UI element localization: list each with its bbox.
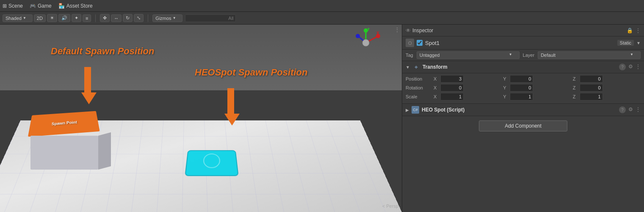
shading-dropdown[interactable]: Shaded ▼ (3, 14, 33, 22)
heo-spawn-label: HEOSpot Spawn Position (195, 67, 307, 78)
scene-label: Scene (8, 3, 23, 9)
layer-value: Default (541, 53, 556, 58)
position-x-cell: X (434, 75, 501, 83)
scene-grid-icon: ⊞ (3, 3, 7, 9)
position-x-input[interactable] (440, 75, 464, 83)
object-3d-icon: ⬡ (406, 39, 414, 47)
rotation-y-cell: Y (503, 84, 571, 92)
transform-more-icon[interactable]: ⋮ (636, 64, 641, 70)
transform-help-icon[interactable]: ? (619, 64, 626, 70)
script-icon: C# (412, 106, 419, 114)
search-input[interactable] (185, 14, 236, 22)
store-icon: 🏪 (58, 3, 65, 9)
pos-y-axis: Y (503, 76, 509, 81)
position-label: Position (406, 76, 431, 81)
script-more-icon[interactable]: ⋮ (636, 106, 641, 113)
scale-x-input[interactable] (440, 93, 464, 100)
scale-y-input[interactable] (510, 93, 533, 100)
rotation-y-input[interactable] (510, 84, 533, 92)
inspector-title-text: Inspector (412, 28, 433, 33)
add-component-button[interactable]: Add Component (479, 120, 567, 131)
transform-fields: Position X Y Z (402, 73, 644, 104)
position-y-input[interactable] (510, 75, 533, 83)
inspector-lock-icon[interactable]: 🔒 (627, 28, 633, 33)
move-tool[interactable]: ↔ (111, 14, 122, 22)
pos-x-axis: X (434, 76, 439, 81)
script-settings-icon[interactable]: ⚙ (628, 106, 633, 113)
inspector-panel: 👁 Inspector 🔒 ⋮ ⬡ Spot1 Static ▼ Tag Unt… (402, 25, 644, 212)
script-name: HEO Spot (Script) (422, 107, 616, 113)
transform-settings-icon[interactable]: ⚙ (628, 64, 633, 70)
position-row: Position X Y Z (406, 75, 641, 83)
inspector-more-icon[interactable]: ⋮ (636, 28, 641, 33)
stats-toggle[interactable]: ≡ (83, 14, 91, 22)
rot-z-axis: Z (573, 85, 579, 90)
persp-label: < Persp (382, 204, 398, 209)
script-actions: ? ⚙ ⋮ (619, 106, 641, 113)
scene-tab[interactable]: ⊞ Scene (3, 3, 23, 9)
layer-dropdown[interactable]: Default ▼ (538, 51, 641, 59)
scene-canvas: Default Spawn Position HEOSpot Spawn Pos… (0, 25, 402, 212)
transform-component: ▼ ⌖ Transform ? ⚙ ⋮ Position X (402, 61, 644, 104)
rotation-x-input[interactable] (440, 84, 464, 92)
cyan-pad-inner (203, 153, 220, 168)
inspector-title-group: 👁 Inspector (406, 28, 433, 33)
scale-tool[interactable]: ⤡ (134, 14, 144, 22)
scene-view[interactable]: Default Spawn Position HEOSpot Spawn Pos… (0, 25, 402, 212)
effects-toggle[interactable]: ✦ (72, 14, 81, 22)
light-toggle[interactable]: ☀ (47, 14, 57, 22)
rot-x-axis: X (434, 85, 439, 90)
inspector-eye-icon: 👁 (406, 28, 411, 33)
static-dropdown-arrow[interactable]: ▼ (636, 41, 641, 45)
scene-settings-icon[interactable]: ⋮ (394, 26, 400, 33)
sky-bg (0, 25, 402, 90)
gizmos-chevron: ▼ (173, 16, 176, 20)
add-component-area: Add Component (402, 116, 644, 136)
gizmos-label: Gizmos (155, 16, 171, 21)
dropdown-chevron: ▼ (23, 16, 26, 20)
object-active-checkbox[interactable] (417, 40, 423, 46)
gizmos-dropdown[interactable]: Gizmos ▼ (152, 14, 182, 22)
game-tab[interactable]: 🎮 Game (30, 3, 52, 9)
sca-y-axis: Y (503, 94, 509, 99)
arrow-head-default (81, 92, 97, 104)
script-chevron: ▶ (406, 108, 409, 112)
script-header[interactable]: ▶ C# HEO Spot (Script) ? ⚙ ⋮ (402, 104, 644, 116)
rotation-z-input[interactable] (580, 84, 603, 92)
2d-button[interactable]: 2D (34, 14, 46, 22)
spawn-box: Spawn Point (30, 110, 98, 170)
script-help-icon[interactable]: ? (619, 106, 626, 113)
object-row: ⬡ Spot1 Static ▼ (402, 36, 644, 50)
svg-point-7 (356, 34, 360, 38)
spawn-box-front (30, 136, 98, 170)
spawn-box-body (30, 136, 98, 170)
sca-x-axis: X (434, 94, 439, 99)
arrow-stem-heo (227, 88, 234, 114)
inspector-header-icons: 🔒 ⋮ (627, 28, 641, 33)
hand-tool[interactable]: ✥ (100, 14, 110, 22)
tag-layer-row: Tag Untagged ▼ Layer Default ▼ (402, 50, 644, 61)
rotation-label: Rotation (406, 85, 431, 90)
static-badge[interactable]: Static (617, 40, 634, 46)
search-group (185, 14, 236, 22)
position-fields: X Y Z (434, 75, 641, 83)
tag-dropdown[interactable]: Untagged ▼ (417, 51, 520, 59)
cyan-pad (185, 150, 238, 176)
tag-value: Untagged (420, 53, 440, 58)
position-z-input[interactable] (580, 75, 603, 83)
svg-text:Y: Y (367, 28, 370, 31)
scale-fields: X Y Z (434, 93, 641, 100)
rotation-z-cell: Z (573, 84, 641, 92)
rotation-x-cell: X (434, 84, 501, 92)
scale-z-input[interactable] (580, 93, 603, 100)
transform-chevron: ▼ (406, 65, 410, 70)
asset-store-tab[interactable]: 🏪 Asset Store (58, 3, 93, 9)
transform-header[interactable]: ▼ ⌖ Transform ? ⚙ ⋮ (402, 61, 644, 73)
spawn-box-side (98, 132, 111, 170)
spawn-box-top: Spawn Point (28, 111, 100, 137)
tag-label: Tag (406, 53, 413, 58)
rotate-tool[interactable]: ↻ (123, 14, 133, 22)
gizmo-svg: Y X (351, 28, 381, 58)
scale-y-cell: Y (503, 93, 571, 100)
audio-toggle[interactable]: 🔊 (58, 14, 70, 22)
